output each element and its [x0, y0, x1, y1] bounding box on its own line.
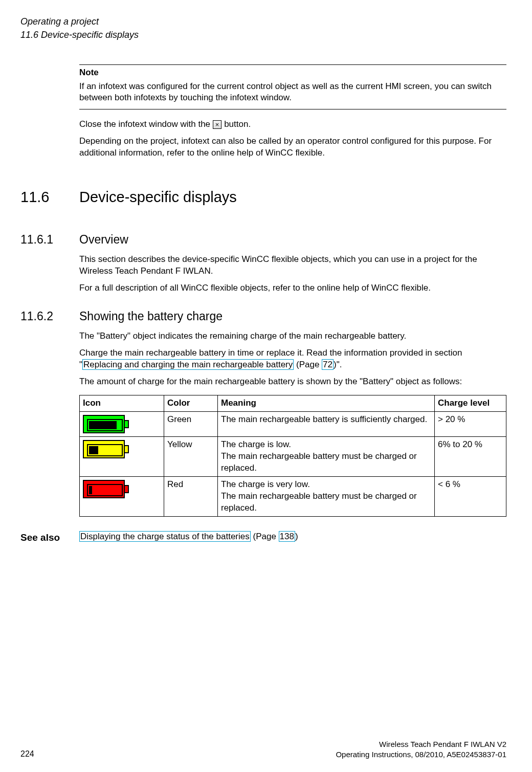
col-level: Charge level — [435, 395, 506, 412]
heading-number: 11.6.1 — [20, 232, 79, 248]
text: The charge is very low. — [221, 479, 431, 491]
page-footer: Wireless Teach Pendant F IWLAN V2 Operat… — [20, 739, 506, 760]
text: ) — [295, 532, 298, 541]
close-icon: × — [213, 120, 222, 129]
rule — [79, 109, 506, 109]
paragraph: The amount of charge for the main rechar… — [79, 376, 506, 388]
table-header-row: Icon Color Meaning Charge level — [80, 395, 506, 412]
color-cell: Red — [164, 476, 218, 516]
paragraph: This section describes the device-specif… — [79, 254, 506, 277]
heading-title: Overview — [79, 232, 128, 248]
page-link[interactable]: 72 — [322, 359, 334, 370]
col-icon: Icon — [80, 395, 164, 412]
running-header-section: 11.6 Device-specific displays — [20, 29, 506, 41]
see-also-label: See also — [20, 531, 79, 544]
text: )". — [334, 360, 342, 369]
level-cell: < 6 % — [435, 476, 506, 516]
battery-yellow-icon — [83, 440, 129, 458]
cross-reference-link[interactable]: Replacing and charging the main recharge… — [82, 359, 294, 370]
text: Close the infotext window with the — [79, 119, 213, 129]
battery-red-icon — [83, 480, 129, 498]
text: (Page — [251, 532, 279, 541]
note-label: Note — [79, 67, 506, 79]
heading-2: 11.6.2 Showing the battery charge — [20, 308, 506, 324]
cross-reference-link[interactable]: Displaying the charge status of the batt… — [79, 531, 251, 542]
table-row: Red The charge is very low. The main rec… — [80, 476, 506, 516]
meaning-cell: The main rechargeable battery is suffici… — [218, 411, 435, 436]
page-number: 224 — [20, 748, 34, 760]
table-row: Yellow The charge is low. The main recha… — [80, 436, 506, 476]
color-cell: Green — [164, 411, 218, 436]
col-color: Color — [164, 395, 218, 412]
icon-cell — [80, 436, 164, 476]
heading-title: Showing the battery charge — [79, 308, 223, 324]
paragraph: Charge the main rechargeable battery in … — [79, 347, 506, 371]
meaning-cell: The charge is low. The main rechargeable… — [218, 436, 435, 476]
battery-table: Icon Color Meaning Charge level Green Th… — [79, 395, 506, 517]
heading-number: 11.6.2 — [20, 308, 79, 324]
heading-1: 11.6 Device-specific displays — [20, 187, 506, 207]
text: The main rechargeable battery must be ch… — [221, 451, 431, 474]
rule — [79, 64, 506, 65]
color-cell: Yellow — [164, 436, 218, 476]
paragraph: Depending on the project, infotext can a… — [79, 136, 506, 159]
see-also-content: Displaying the charge status of the batt… — [79, 531, 298, 543]
heading-2: 11.6.1 Overview — [20, 232, 506, 248]
battery-green-icon — [83, 415, 129, 433]
paragraph: For a full description of all WinCC flex… — [79, 282, 506, 294]
text: The main rechargeable battery must be ch… — [221, 491, 431, 514]
level-cell: 6% to 20 % — [435, 436, 506, 476]
heading-title: Device-specific displays — [79, 187, 237, 207]
icon-cell — [80, 411, 164, 436]
running-header-title: Operating a project — [20, 15, 506, 28]
col-meaning: Meaning — [218, 395, 435, 412]
paragraph: The "Battery" object indicates the remai… — [79, 330, 506, 342]
text: (Page — [294, 360, 322, 369]
meaning-cell: The charge is very low. The main recharg… — [218, 476, 435, 516]
page-link[interactable]: 138 — [279, 531, 295, 542]
see-also-section: See also Displaying the charge status of… — [20, 531, 506, 544]
table-row: Green The main rechargeable battery is s… — [80, 411, 506, 436]
level-cell: > 20 % — [435, 411, 506, 436]
text: The charge is low. — [221, 439, 431, 451]
text: button. — [221, 119, 251, 129]
footer-doc-id: Operating Instructions, 08/2010, A5E0245… — [20, 749, 506, 760]
heading-number: 11.6 — [20, 187, 79, 207]
icon-cell — [80, 476, 164, 516]
paragraph: Close the infotext window with the × but… — [79, 119, 506, 130]
note-text: If an infotext was configured for the cu… — [79, 81, 506, 104]
footer-doc-title: Wireless Teach Pendant F IWLAN V2 — [20, 739, 506, 749]
